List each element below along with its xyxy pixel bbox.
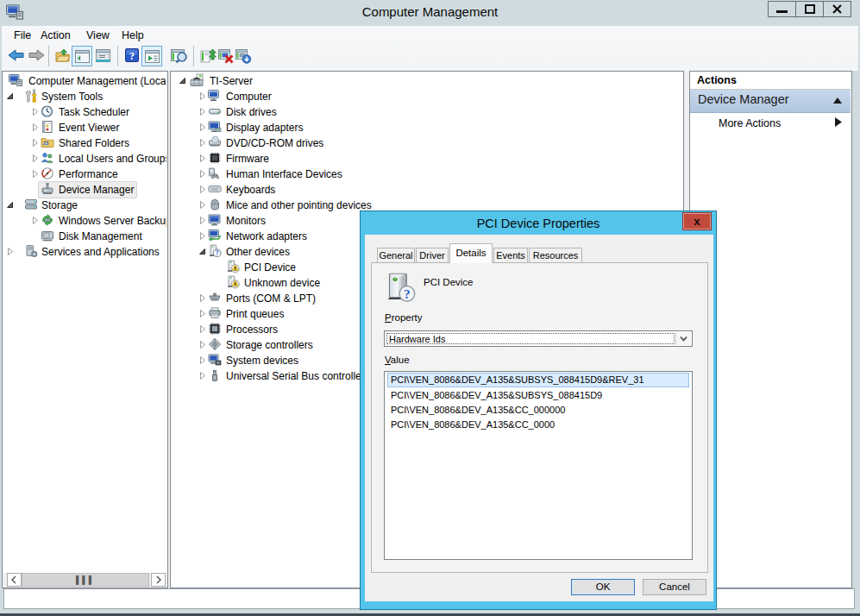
svg-text:?: ? (216, 249, 219, 257)
svg-text:?: ? (404, 286, 411, 301)
